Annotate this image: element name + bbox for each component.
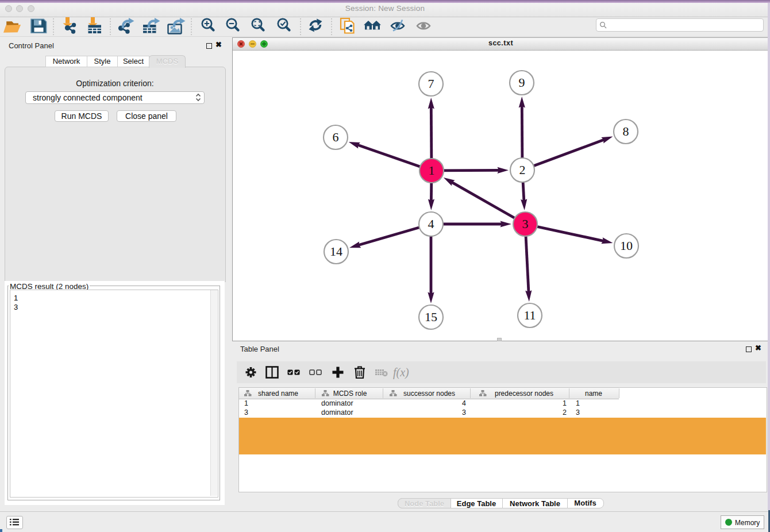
svg-text:6: 6 [333,130,339,144]
svg-text:8: 8 [623,124,629,138]
svg-text:3: 3 [522,217,529,231]
svg-text:MCDS role: MCDS role [333,390,367,398]
svg-text:f(x): f(x) [393,366,409,379]
svg-text:1: 1 [429,163,435,178]
svg-text:14: 14 [330,244,342,259]
svg-text:10: 10 [620,238,633,253]
svg-text:11: 11 [523,308,536,322]
svg-text:name: name [585,390,602,398]
svg-text:9: 9 [519,75,525,90]
svg-text:successor nodes: successor nodes [403,390,455,398]
svg-text:7: 7 [428,76,434,91]
svg-text:shared name: shared name [258,390,298,398]
svg-text:15: 15 [425,310,437,324]
svg-text:4: 4 [428,217,434,231]
svg-text:predecessor nodes: predecessor nodes [495,390,553,398]
svg-text:2: 2 [519,163,526,177]
